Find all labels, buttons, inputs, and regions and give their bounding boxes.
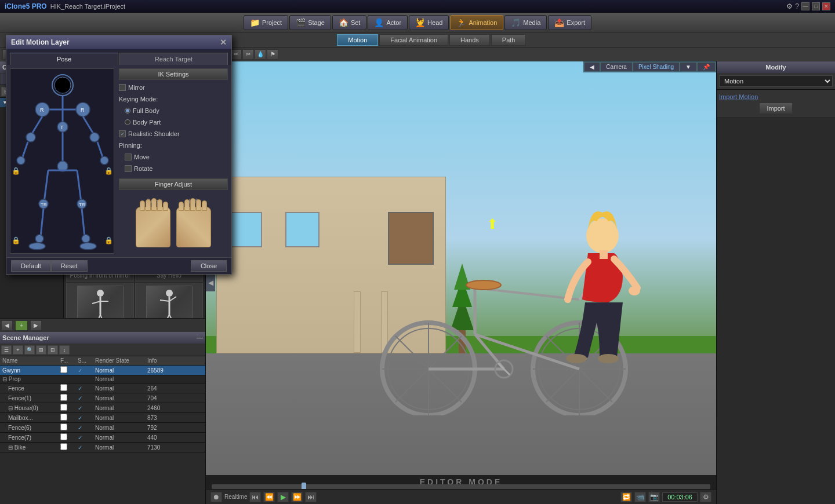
lfinger1 bbox=[202, 200, 207, 211]
viewport-nav-button[interactable]: ◀ bbox=[584, 63, 600, 71]
body-part-radio[interactable] bbox=[125, 119, 130, 125]
tab-hands[interactable]: Hands bbox=[449, 34, 490, 46]
sm-row-fence7[interactable]: Fence(7) ✓ Normal 440 bbox=[0, 433, 205, 443]
cm-add-button[interactable]: + bbox=[15, 320, 28, 331]
right-panel: Modify Motion Import Motion Import bbox=[716, 61, 835, 504]
screenshot-button[interactable]: 📷 bbox=[648, 492, 660, 502]
cm-nav-right[interactable]: ▶ bbox=[30, 320, 42, 331]
tab-path[interactable]: Path bbox=[491, 34, 527, 46]
shading-dropdown[interactable]: ▼ bbox=[680, 63, 696, 71]
mirror-checkbox[interactable] bbox=[119, 84, 126, 91]
sm-row-prop[interactable]: ⊟ Prop Normal bbox=[0, 375, 205, 384]
svg-text:R: R bbox=[81, 107, 85, 113]
eml-tab-pose[interactable]: Pose bbox=[10, 53, 118, 65]
play-end-button[interactable]: ⏭ bbox=[305, 492, 317, 502]
settings-icon[interactable]: ⚙ bbox=[786, 2, 793, 10]
fence7-f-checkbox[interactable] bbox=[60, 433, 67, 440]
full-body-radio[interactable] bbox=[125, 108, 130, 114]
modify-dropdown[interactable]: Motion bbox=[719, 75, 833, 87]
stage-button[interactable]: 🎬 Stage bbox=[289, 15, 331, 30]
sm-tool5[interactable]: ⊟ bbox=[48, 345, 58, 355]
import-button[interactable]: Import bbox=[759, 103, 792, 114]
realistic-shoulder-checkbox[interactable]: ✓ bbox=[119, 130, 126, 137]
sm-tool3[interactable]: 🔍 bbox=[24, 345, 35, 355]
reset-button[interactable]: Reset bbox=[51, 260, 88, 272]
eml-close-button[interactable]: ✕ bbox=[220, 38, 227, 47]
settings-button[interactable]: ⚙ bbox=[700, 492, 711, 502]
sm-row-bike[interactable]: ⊟ Bike ✓ Normal 7130 bbox=[0, 443, 205, 452]
help-icon[interactable]: ? bbox=[795, 2, 799, 10]
default-button[interactable]: Default bbox=[11, 260, 51, 272]
play-reverse-button[interactable]: ⏮ bbox=[249, 492, 261, 502]
timeline-scrubber[interactable] bbox=[212, 484, 710, 489]
eyedrop-button[interactable]: 💧 bbox=[255, 49, 266, 60]
head-button[interactable]: 💆 Head bbox=[409, 15, 449, 30]
viewport-pin[interactable]: 📌 bbox=[698, 63, 715, 71]
eml-tab-reach-target[interactable]: Reach Target bbox=[119, 53, 228, 65]
media-icon: 🎵 bbox=[511, 18, 521, 27]
cm-nav-left[interactable]: ◀ bbox=[1, 320, 13, 331]
project-button[interactable]: 📁 Project bbox=[244, 15, 288, 30]
flag-button[interactable]: ⚑ bbox=[267, 49, 278, 60]
fence1-f-checkbox[interactable] bbox=[60, 394, 67, 401]
tab-facial-animation[interactable]: Facial Animation bbox=[379, 34, 448, 46]
animation-button[interactable]: 🏃 Animation bbox=[450, 15, 503, 30]
grid-item-thinking[interactable]: Thinking bbox=[135, 283, 203, 318]
mailbox-f-checkbox[interactable] bbox=[60, 414, 67, 421]
tab-motion[interactable]: Motion bbox=[337, 34, 378, 46]
svg-rect-74 bbox=[600, 250, 608, 259]
prev-frame-button[interactable]: ⏪ bbox=[263, 492, 275, 502]
pen-button[interactable]: ✏ bbox=[230, 49, 242, 60]
main-toolbar: 📁 Project 🎬 Stage 🏠 Set 👤 Actor 💆 Head 🏃… bbox=[0, 13, 835, 32]
media-button[interactable]: 🎵 Media bbox=[504, 15, 547, 30]
realtime-label[interactable]: Realtime bbox=[224, 494, 247, 500]
sm-row-mailbox[interactable]: Mailbox... ✓ Normal 873 bbox=[0, 413, 205, 423]
play-button[interactable]: ▶ bbox=[277, 492, 289, 502]
project-title: HIK_Reach Target.iProject bbox=[50, 3, 125, 10]
character-bike-svg bbox=[359, 172, 649, 415]
camera-record-button[interactable]: 📹 bbox=[634, 492, 646, 502]
right-hand-shape[interactable] bbox=[136, 207, 170, 247]
house0-f-checkbox[interactable] bbox=[60, 404, 67, 411]
record-button[interactable]: ⏺ bbox=[210, 492, 222, 502]
gwynn-f-checkbox[interactable] bbox=[60, 366, 67, 373]
sm-row-fence1[interactable]: Fence(1) ✓ Normal 704 bbox=[0, 393, 205, 403]
left-hand-shape[interactable] bbox=[176, 207, 211, 247]
scene-manager-close[interactable]: — bbox=[197, 334, 203, 341]
sm-tool1[interactable]: ☰ bbox=[1, 345, 12, 355]
minimize-button[interactable]: — bbox=[801, 2, 809, 10]
next-frame-button[interactable]: ⏩ bbox=[291, 492, 303, 502]
close-dialog-button[interactable]: Close bbox=[191, 260, 227, 272]
close-button[interactable]: ✕ bbox=[822, 2, 830, 10]
svg-line-45 bbox=[169, 297, 176, 301]
import-motion-link[interactable]: Import Motion bbox=[719, 92, 833, 101]
sm-tool6[interactable]: ↕ bbox=[59, 345, 70, 355]
eml-body-figure: R R bbox=[10, 68, 114, 254]
eraser-button[interactable]: ✂ bbox=[242, 49, 254, 60]
viewport-expand-left[interactable]: ◀ bbox=[206, 274, 215, 291]
actor-button[interactable]: 👤 Actor bbox=[368, 15, 408, 30]
sm-row-gwynn[interactable]: Gwynn ✓ Normal 26589 bbox=[0, 366, 205, 375]
svg-text:TR: TR bbox=[41, 202, 47, 207]
set-button[interactable]: 🏠 Set bbox=[332, 15, 367, 30]
lfinger2 bbox=[196, 199, 201, 211]
viewport[interactable]: ⬆ ◀ Camera Pixel Shading ▼ 📌 EDITOR MODE… bbox=[206, 61, 716, 504]
fence6-f-checkbox[interactable] bbox=[60, 423, 67, 430]
fence-f-checkbox[interactable] bbox=[60, 384, 67, 391]
camera-label[interactable]: Camera bbox=[601, 63, 632, 71]
sm-row-fence[interactable]: Fence ✓ Normal 264 bbox=[0, 384, 205, 393]
bike-f-checkbox[interactable] bbox=[60, 443, 67, 450]
export-button[interactable]: 📤 Export bbox=[548, 15, 591, 30]
maximize-button[interactable]: □ bbox=[812, 2, 820, 10]
pixel-shading-button[interactable]: Pixel Shading bbox=[633, 63, 679, 71]
sm-tool4[interactable]: ⊞ bbox=[36, 345, 46, 355]
move-checkbox[interactable] bbox=[125, 154, 132, 160]
loop-button[interactable]: 🔁 bbox=[620, 492, 632, 502]
grid-item-talk[interactable]: Talk bbox=[66, 283, 134, 318]
rotate-checkbox[interactable] bbox=[125, 165, 132, 172]
sm-row-fence6[interactable]: Fence(6) ✓ Normal 792 bbox=[0, 423, 205, 433]
set-icon: 🏠 bbox=[339, 18, 348, 27]
grid-item-talk-img bbox=[77, 286, 124, 318]
sm-tool2[interactable]: + bbox=[13, 345, 23, 355]
sm-row-house0[interactable]: ⊟ House(0) ✓ Normal 2460 bbox=[0, 403, 205, 413]
